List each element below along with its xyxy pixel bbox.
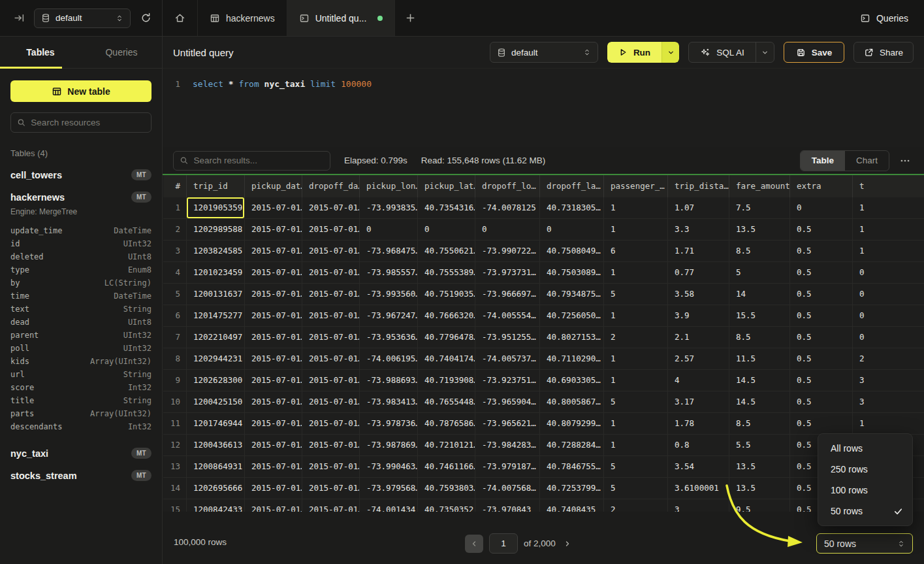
table-cell[interactable]: 0.5 [790,327,853,348]
table-cell[interactable]: 40.7666320… [418,305,475,326]
table-cell[interactable]: 1200425150 [187,391,245,412]
table-cell[interactable]: -73.968475… [360,241,418,261]
table-cell[interactable]: 2015-07-01… [245,305,302,326]
table-cell[interactable]: 2015-07-01… [245,348,302,369]
table-cell[interactable]: 2015-07-01… [245,413,302,434]
table-cell[interactable]: 0 [360,219,418,240]
table-cell[interactable]: 5 [729,262,790,283]
table-cell[interactable]: 2015-07-01… [302,456,360,477]
queries-button[interactable]: Queries [860,0,924,36]
table-cell[interactable]: 2015-07-01… [245,499,302,512]
table-cell[interactable]: 1.07 [668,197,729,218]
resource-search-box[interactable] [10,112,151,133]
table-cell[interactable]: 40.7655448… [418,391,475,412]
table-cell[interactable]: 2015-07-01… [302,305,360,326]
table-cell[interactable]: 3 [668,499,729,512]
table-cell[interactable]: 0 [853,284,924,305]
table-row[interactable]: 14 1202695666 2015-07-01… 2015-07-01… -7… [163,478,924,499]
sidebar-table-stocks-stream[interactable]: stocks_stream MT [10,459,151,481]
table-cell[interactable]: -73.990722… [475,241,540,261]
table-cell[interactable]: 1 [853,241,924,261]
table-cell[interactable]: 0.5 [790,370,853,391]
sidebar-table-hackernews[interactable]: hackernews MT [10,180,151,203]
table-cell[interactable]: 3.54 [668,456,729,477]
table-cell[interactable]: 1203824585 [187,241,245,261]
table-cell[interactable]: 40.7876586… [418,413,475,434]
table-cell[interactable]: 0.5 [790,305,853,326]
results-search-box[interactable] [173,151,330,171]
refresh-button[interactable] [137,10,154,27]
table-cell[interactable]: 1202989588 [187,219,245,240]
table-cell[interactable]: 40.6903305… [540,370,604,391]
table-cell[interactable]: 14.5 [729,391,790,412]
table-cell[interactable]: 8.5 [729,327,790,348]
table-cell[interactable]: 40.7253799… [540,478,604,499]
table-cell[interactable]: -74.005737… [475,348,540,369]
table-cell[interactable]: 2015-07-01… [245,435,302,456]
table-cell[interactable]: 40.7550621… [418,241,475,261]
table-cell[interactable]: 1201023459 [187,262,245,283]
page-size-option[interactable]: 50 rows [818,501,912,522]
table-cell[interactable]: 40.7796478… [418,327,475,348]
previous-page-button[interactable] [465,535,483,553]
tab-hackernews[interactable]: hackernews [198,0,287,36]
table-cell[interactable]: 5.5 [729,435,790,456]
resource-search-input[interactable] [31,118,145,127]
table-cell[interactable]: 0.8 [668,435,729,456]
table-cell[interactable]: 0.77 [668,262,729,283]
table-cell[interactable]: 1202628300 [187,370,245,391]
table-cell[interactable]: 15.5 [729,305,790,326]
table-cell[interactable]: -73.988693… [360,370,418,391]
table-cell[interactable]: 40.7354316… [418,197,475,218]
table-cell[interactable]: 2015-07-01… [302,391,360,412]
run-button-main[interactable]: Run [607,42,661,63]
table-row[interactable]: 9 1202628300 2015-07-01… 2015-07-01… -73… [163,370,924,391]
table-cell[interactable]: 5 [604,478,668,499]
table-cell[interactable]: 0 [790,197,853,218]
table-cell[interactable]: 5 [604,284,668,305]
table-cell[interactable]: 0 [475,219,540,240]
table-cell[interactable]: 1202210497 [187,327,245,348]
table-cell[interactable]: 5 [604,456,668,477]
table-cell[interactable]: -73.979187… [475,456,540,477]
table-cell[interactable]: -74.0078125 [475,197,540,218]
table-cell[interactable]: 2015-07-01… [245,478,302,499]
table-cell[interactable]: 0.5 [790,284,853,305]
table-cell[interactable]: 40.8027153… [540,327,604,348]
table-row[interactable]: 8 1202944231 2015-07-01… 2015-07-01… -74… [163,348,924,370]
table-cell[interactable]: -74.005554… [475,305,540,326]
table-cell[interactable]: 0 [853,262,924,283]
table-cell[interactable]: 2015-07-01… [245,197,302,218]
table-cell[interactable]: 0.5 [790,391,853,412]
table-cell[interactable]: 40.7461166… [418,456,475,477]
table-cell[interactable]: 40.8079299… [540,413,604,434]
table-cell[interactable]: 4 [668,370,729,391]
column-header[interactable]: dropoff_da… [302,175,360,197]
table-cell[interactable]: 1200436613 [187,435,245,456]
table-cell[interactable]: 2015-07-01… [302,348,360,369]
table-cell[interactable]: 1 [604,413,668,434]
table-cell[interactable]: -73.993560… [360,284,418,305]
table-cell[interactable]: 14.5 [729,370,790,391]
sidebar-tab-queries[interactable]: Queries [81,37,162,68]
table-cell[interactable]: 2015-07-01… [245,391,302,412]
page-size-option[interactable]: All rows [818,438,912,459]
table-cell[interactable]: 40.7193908… [418,370,475,391]
table-cell[interactable]: 2015-07-01… [302,284,360,305]
table-cell[interactable]: 9.5 [729,499,790,512]
column-header[interactable]: pickup_lon… [360,175,418,197]
table-cell[interactable]: 8.5 [729,413,790,434]
new-table-button[interactable]: New table [10,80,151,102]
table-cell[interactable]: 0.5 [790,241,853,261]
table-cell[interactable]: 40.7404174… [418,348,475,369]
run-options-caret[interactable] [661,42,679,63]
table-cell[interactable]: 2 [604,327,668,348]
table-cell[interactable]: 1200842433 [187,499,245,512]
table-cell[interactable]: 2015-07-01… [302,197,360,218]
run-button[interactable]: Run [607,42,679,63]
table-cell[interactable]: 1200864931 [187,456,245,477]
table-row[interactable]: 10 1200425150 2015-07-01… 2015-07-01… -7… [163,391,924,413]
sql-ai-button[interactable]: SQL AI [688,42,774,63]
column-header[interactable]: pickup_dat… [245,175,302,197]
database-selector-query[interactable]: default [490,42,598,63]
